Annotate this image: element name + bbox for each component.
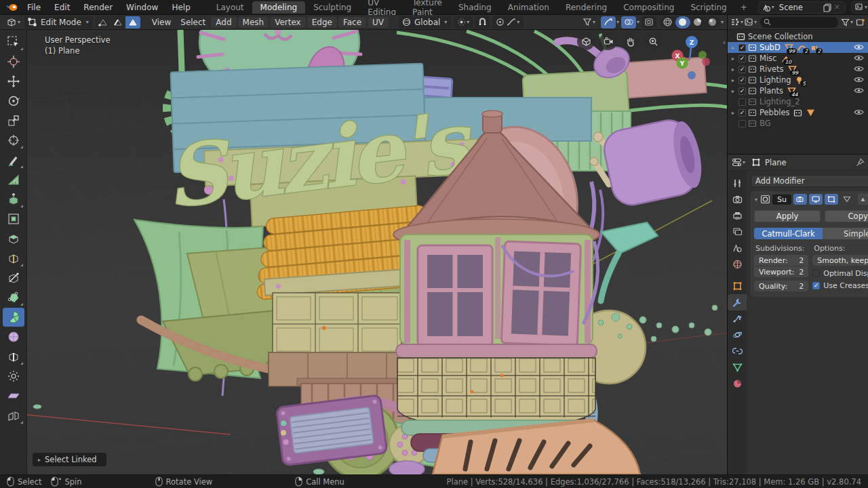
eye-icon[interactable] [854, 87, 864, 94]
tool-annotate[interactable] [3, 150, 24, 169]
checkbox[interactable]: ✓ [738, 66, 746, 73]
tab-layout[interactable]: Layout [208, 1, 252, 14]
tab-modifiers[interactable] [728, 294, 747, 310]
navigation-gizmo[interactable]: Z X Y [667, 33, 715, 80]
tab-object-data[interactable] [728, 359, 747, 375]
menu-mesh[interactable]: Mesh [238, 17, 269, 28]
edge-select-mode-button[interactable] [111, 16, 125, 28]
blender-logo-icon[interactable] [0, 3, 20, 12]
proportional-editing-controls[interactable]: ▾ [492, 16, 524, 28]
tab-scene[interactable] [728, 240, 747, 256]
tab-view-layer[interactable] [728, 224, 747, 240]
checkbox[interactable]: ✓ [738, 87, 746, 95]
tool-bevel[interactable] [3, 229, 24, 248]
outliner-row-rivets[interactable]: ▸ ✓ Rivets 99 [728, 64, 868, 75]
pan-view-icon[interactable] [622, 33, 639, 50]
editor-type-button[interactable]: ▾ [730, 18, 744, 26]
face-select-mode-button[interactable] [125, 16, 140, 28]
outliner-row-subd[interactable]: ▸ ✓ SubD 99 2 2 [728, 42, 868, 53]
view-layer-selector[interactable]: ▾ View Layer ✕ [851, 1, 868, 14]
tool-rotate[interactable] [3, 92, 24, 110]
outliner-row-pebbles[interactable]: ▸ ✓ Pebbles [728, 107, 868, 118]
checkbox[interactable]: ✓ [738, 77, 746, 84]
outliner-row-lighting[interactable]: ▸ ✓ Lighting 5 [728, 75, 868, 85]
tool-cursor[interactable] [3, 52, 24, 71]
unlink-scene-icon[interactable]: ✕ [832, 3, 842, 12]
menu-vertex[interactable]: Vertex [270, 17, 306, 28]
simple-button[interactable]: Simple [823, 228, 868, 239]
menu-uv[interactable]: UV [368, 17, 389, 28]
tab-output[interactable] [728, 207, 747, 224]
tool-poly-build[interactable] [3, 288, 24, 307]
new-collection-button[interactable] [856, 18, 865, 26]
outliner-row-lighting-2[interactable]: ✓ Lighting_2 [728, 96, 868, 107]
modifier-cage-toggle[interactable] [840, 194, 854, 205]
scene-selector[interactable]: ▾ Scene ✕ [758, 1, 846, 14]
outliner-search-input[interactable] [760, 17, 838, 28]
zoom-view-icon[interactable] [644, 33, 662, 50]
operator-panel[interactable]: ▸ Select Linked [33, 453, 106, 466]
use-creases-checkbox[interactable]: ✓ Use Creases [812, 281, 868, 290]
modifier-viewport-toggle[interactable] [809, 194, 823, 205]
tool-smooth[interactable] [3, 327, 24, 346]
tool-spin[interactable] [3, 308, 24, 327]
eye-icon[interactable] [854, 108, 864, 116]
disclosure-icon[interactable]: ▸ [730, 45, 736, 51]
quality-field[interactable]: Quality:2 [754, 281, 808, 291]
tab-shading[interactable]: Shading [450, 1, 500, 14]
outliner-row-scene-collection[interactable]: Scene Collection [728, 31, 868, 42]
object-visibility-selector[interactable]: ▾ [579, 18, 599, 26]
tab-material[interactable] [728, 375, 747, 392]
tab-render[interactable] [728, 191, 747, 207]
menu-window[interactable]: Window [119, 3, 165, 12]
add-workspace-button[interactable]: + [735, 1, 753, 14]
shading-wireframe-button[interactable] [660, 16, 675, 28]
tab-world[interactable] [728, 256, 747, 272]
outliner-row-bg[interactable]: ✓ BG [728, 118, 868, 129]
editor-type-button[interactable]: ▾ [732, 158, 746, 167]
menu-help[interactable]: Help [165, 3, 197, 12]
tab-animation[interactable]: Animation [500, 1, 557, 14]
shading-rendered-button[interactable] [705, 16, 720, 28]
tab-sculpting[interactable]: Sculpting [305, 1, 359, 14]
viewport-field[interactable]: Viewport:2 [754, 266, 808, 277]
menu-render[interactable]: Render [77, 3, 119, 12]
tool-loop-cut[interactable] [3, 249, 24, 268]
modifier-render-toggle[interactable] [793, 194, 807, 205]
tool-select-box[interactable] [3, 33, 24, 52]
tool-scale[interactable] [3, 111, 24, 130]
shading-dropdown[interactable]: ▾ [720, 19, 724, 25]
camera-view-icon[interactable] [599, 33, 617, 50]
eye-icon[interactable] [854, 43, 864, 51]
add-modifier-dropdown[interactable]: Add Modifier ▾ [751, 175, 868, 187]
tool-inset-faces[interactable] [3, 209, 24, 228]
tab-object[interactable] [728, 278, 747, 294]
checkbox[interactable]: ✓ [738, 55, 746, 62]
menu-edit[interactable]: Edit [47, 3, 77, 12]
disclosure-icon[interactable]: ▸ [730, 88, 736, 94]
eye-icon[interactable] [854, 76, 864, 83]
vertex-select-mode-button[interactable] [96, 16, 111, 28]
overlays-dropdown[interactable]: ▾ [636, 19, 640, 25]
tool-shear[interactable] [3, 386, 24, 405]
tool-edge-slide[interactable] [3, 347, 24, 366]
scene-name[interactable]: Scene [775, 3, 823, 12]
display-mode-button[interactable]: ▾ [744, 18, 757, 26]
tool-extrude-region[interactable] [3, 190, 24, 209]
apply-button[interactable]: Apply [754, 210, 821, 222]
catmull-clark-button[interactable]: Catmull-Clark [754, 228, 823, 239]
tool-measure[interactable] [3, 170, 24, 189]
snap-magnet-toggle[interactable] [475, 16, 490, 28]
xray-toggle[interactable] [642, 16, 656, 28]
checkbox[interactable]: ✓ [738, 120, 746, 127]
tool-transform[interactable] [3, 131, 24, 150]
modifier-name-field[interactable]: Su [772, 195, 791, 205]
disclosure-icon[interactable]: ▸ [730, 110, 736, 116]
checkbox[interactable]: ✓ [738, 109, 746, 117]
menu-select[interactable]: Select [176, 17, 210, 28]
uv-smooth-dropdown[interactable]: Smooth, keep c...▾ [812, 255, 868, 266]
tool-knife[interactable] [3, 268, 24, 287]
tab-tool[interactable] [728, 175, 747, 191]
modifier-editmode-toggle[interactable] [825, 194, 838, 205]
menu-face[interactable]: Face [338, 17, 366, 28]
